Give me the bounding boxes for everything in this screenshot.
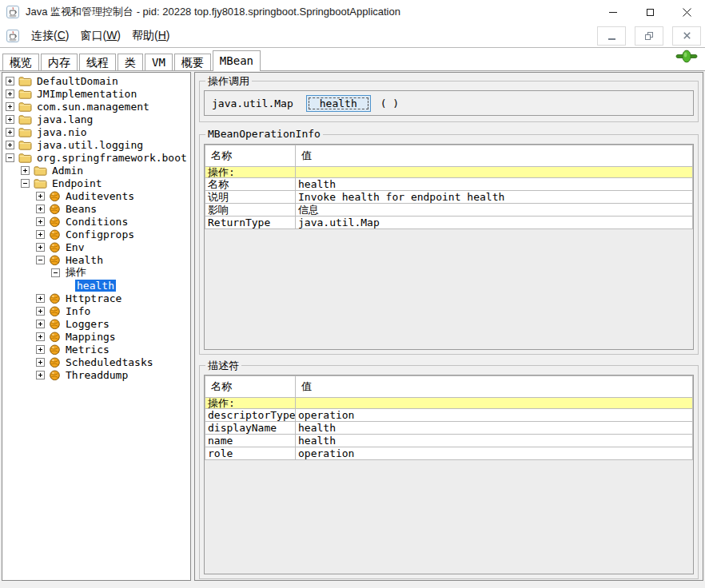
tree-node-label: Info <box>64 305 92 317</box>
table-row[interactable]: displayNamehealth <box>205 422 693 435</box>
window-close-button[interactable] <box>668 0 705 24</box>
window-title: Java 监视和管理控制台 - pid: 20228 top.fjy8018.s… <box>26 5 400 19</box>
table-row[interactable]: roleoperation <box>205 447 693 460</box>
operation-section-row[interactable]: 操作: <box>205 167 693 178</box>
tree-node-label: Configprops <box>64 228 136 240</box>
tree-node-Endpoint[interactable]: Endpoint <box>2 177 190 189</box>
mbean-operation-info-title: MBeanOperationInfo <box>205 128 323 140</box>
window-maximize-button[interactable] <box>631 0 668 24</box>
tree-node-Beans[interactable]: Beans <box>2 202 190 215</box>
tree-node-java.util.logging[interactable]: java.util.logging <box>2 138 190 151</box>
collapse-icon[interactable] <box>36 256 45 264</box>
tree-node-Info[interactable]: Info <box>2 304 190 317</box>
expand-icon[interactable] <box>36 243 45 252</box>
section-value <box>296 398 693 409</box>
tree-node-DefaultDomain[interactable]: DefaultDomain <box>2 74 190 87</box>
mbean-icon <box>49 292 61 304</box>
tab-MBean[interactable]: MBean <box>213 50 261 71</box>
frame-close-button[interactable] <box>672 26 701 46</box>
collapse-icon[interactable] <box>6 153 14 162</box>
expand-icon[interactable] <box>36 217 45 226</box>
expand-icon[interactable] <box>6 89 14 98</box>
column-header[interactable]: 值 <box>296 145 693 167</box>
collapse-icon[interactable] <box>21 179 30 188</box>
tree-node-label: JMImplementation <box>35 88 138 100</box>
expand-icon[interactable] <box>36 371 45 379</box>
mbean-icon <box>49 254 61 266</box>
expand-icon[interactable] <box>36 332 45 341</box>
tree-node-label: Health <box>64 254 105 266</box>
mbean-icon <box>49 331 61 343</box>
expand-icon[interactable] <box>36 294 45 303</box>
tree-node-java.nio[interactable]: java.nio <box>2 125 190 138</box>
tree-node-label: java.util.logging <box>35 139 145 151</box>
table-row[interactable]: namehealth <box>205 435 693 447</box>
tree-node-Auditevents[interactable]: Auditevents <box>2 189 190 202</box>
expand-icon[interactable] <box>6 115 14 124</box>
tree-node-Loggers[interactable]: Loggers <box>2 317 190 330</box>
expand-icon[interactable] <box>21 166 30 175</box>
expand-icon[interactable] <box>36 192 45 201</box>
table-row[interactable]: descriptorTypeoperation <box>205 409 693 422</box>
frame-restore-button[interactable] <box>635 26 663 46</box>
tree-node-Env[interactable]: Env <box>2 240 190 253</box>
row-value-cell: health <box>296 435 693 447</box>
tree-node-Metrics[interactable]: Metrics <box>2 343 190 356</box>
tree-node-Scheduledtasks[interactable]: Scheduledtasks <box>2 356 190 368</box>
tab-概览[interactable]: 概览 <box>2 54 39 70</box>
table-row[interactable]: 影响信息 <box>205 204 693 217</box>
expand-icon[interactable] <box>36 205 45 213</box>
menu-item-C[interactable]: 连接(C) <box>26 26 74 46</box>
collapse-icon[interactable] <box>51 268 60 277</box>
tree-node-操作[interactable]: 操作 <box>2 266 190 279</box>
operation-section-row[interactable]: 操作: <box>205 398 693 409</box>
tree-node-health[interactable]: health <box>2 279 190 292</box>
menu-bar: 连接(C)窗口(W)帮助(H) <box>0 24 705 48</box>
tab-线程[interactable]: 线程 <box>79 54 116 70</box>
folder-icon <box>18 127 32 137</box>
table-row[interactable]: 说明Invoke health for endpoint health <box>205 191 693 204</box>
tree-node-Conditions[interactable]: Conditions <box>2 215 190 228</box>
mbean-icon <box>49 344 61 356</box>
column-header[interactable]: 名称 <box>205 376 296 398</box>
column-header[interactable]: 名称 <box>205 145 296 167</box>
table-row[interactable]: 名称health <box>205 178 693 191</box>
tab-内存[interactable]: 内存 <box>41 54 78 70</box>
menu-item-W[interactable]: 窗口(W) <box>74 26 126 46</box>
tab-类[interactable]: 类 <box>118 54 143 70</box>
expand-icon[interactable] <box>6 102 14 111</box>
expand-icon[interactable] <box>36 230 45 239</box>
table-row[interactable]: ReturnTypejava.util.Map <box>205 217 693 229</box>
expand-icon[interactable] <box>36 345 45 354</box>
tree-node-com.sun.management[interactable]: com.sun.management <box>2 100 190 113</box>
tree-node-Httptrace[interactable]: Httptrace <box>2 292 190 304</box>
expand-icon[interactable] <box>36 358 45 367</box>
operation-args: ( ) <box>380 97 399 109</box>
folder-icon <box>34 178 47 189</box>
expand-icon[interactable] <box>36 307 45 316</box>
window-minimize-button[interactable] <box>595 0 631 24</box>
invoke-health-button[interactable]: health <box>306 95 371 112</box>
tab-VM[interactable]: VM <box>145 54 173 70</box>
tree-node-Mappings[interactable]: Mappings <box>2 330 190 343</box>
tree-node-java.lang[interactable]: java.lang <box>2 113 190 125</box>
tab-概要[interactable]: 概要 <box>174 54 211 70</box>
operation_info-table: 名称值操作:名称health说明Invoke health for endpoi… <box>205 145 693 229</box>
tree-node-org.springframework.boot[interactable]: org.springframework.boot <box>2 151 190 164</box>
folder-icon <box>18 76 32 86</box>
frame-minimize-button[interactable] <box>597 26 626 46</box>
tree-node-Health[interactable]: Health <box>2 253 190 266</box>
expand-icon[interactable] <box>36 320 45 328</box>
expand-icon[interactable] <box>6 128 14 137</box>
tree-node-JMImplementation[interactable]: JMImplementation <box>2 87 190 100</box>
expand-icon[interactable] <box>6 141 14 149</box>
expand-icon[interactable] <box>6 77 14 85</box>
menu-item-H[interactable]: 帮助(H) <box>126 26 175 46</box>
tree-node-label: Metrics <box>64 344 111 356</box>
tree-node-Configprops[interactable]: Configprops <box>2 228 190 240</box>
column-header[interactable]: 值 <box>296 376 693 398</box>
mbean-icon <box>49 190 61 202</box>
tree-node-Threaddump[interactable]: Threaddump <box>2 368 190 381</box>
row-value-cell: 信息 <box>296 204 693 217</box>
tree-node-Admin[interactable]: Admin <box>2 164 190 177</box>
